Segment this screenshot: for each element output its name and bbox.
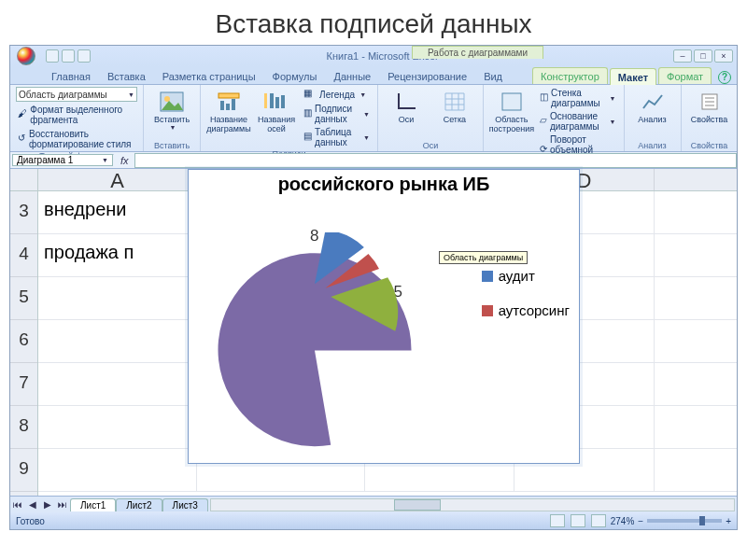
sheet-tab-3[interactable]: Лист3: [162, 498, 208, 511]
axis-titles-button[interactable]: Названия осей: [255, 87, 298, 136]
chart-wall-button[interactable]: ◫Стенка диаграммы▼: [538, 87, 618, 109]
cell-a6[interactable]: [38, 320, 197, 362]
legend-swatch-icon: [482, 271, 493, 282]
cell-a5[interactable]: [38, 277, 197, 319]
zoom-in-icon[interactable]: +: [726, 516, 731, 526]
gridlines-label: Сетка: [444, 115, 466, 124]
analysis-label: Анализ: [638, 115, 666, 124]
group-background: Область построения ◫Стенка диаграммы▼ ▱О…: [484, 85, 625, 151]
tab-review[interactable]: Рецензирование: [380, 68, 474, 84]
chart-wall-label: Стенка диаграммы: [551, 88, 605, 108]
chevron-down-icon: ▼: [102, 157, 108, 163]
format-selection-button[interactable]: 🖌Формат выделенного фрагмента: [16, 104, 137, 126]
cell-a8[interactable]: [38, 406, 197, 448]
chart-title-button[interactable]: Название диаграммы: [206, 87, 251, 136]
col-header-a[interactable]: A: [38, 169, 197, 190]
view-pagebreak-icon[interactable]: [591, 514, 606, 527]
cell-a4[interactable]: продажа п: [38, 234, 197, 276]
svg-rect-6: [270, 93, 274, 108]
row-header-6[interactable]: 6: [10, 320, 37, 363]
sheet-tab-1[interactable]: Лист1: [70, 498, 116, 511]
qat-redo-icon[interactable]: [78, 49, 91, 63]
plot-area-button[interactable]: Область построения: [489, 87, 534, 136]
sheet-nav-next-icon[interactable]: ▶: [40, 499, 55, 510]
svg-point-1: [164, 96, 170, 102]
axis-titles-icon: [263, 90, 289, 114]
chevron-down-icon: ▼: [610, 119, 616, 125]
view-normal-icon[interactable]: [550, 514, 565, 527]
sheet-nav-last-icon[interactable]: ⏭: [55, 499, 70, 510]
qat-save-icon[interactable]: [46, 49, 59, 63]
legend-button[interactable]: ▦Легенда▼: [302, 87, 372, 102]
group-analysis: Анализ Анализ: [625, 85, 682, 151]
chevron-down-icon: ▼: [363, 134, 370, 141]
row-header-4[interactable]: 4: [10, 234, 37, 277]
minimize-button[interactable]: –: [673, 49, 692, 63]
tab-data[interactable]: Данные: [326, 68, 378, 84]
zoom-out-icon[interactable]: −: [638, 516, 643, 526]
properties-icon: [697, 90, 723, 114]
select-all-corner[interactable]: [10, 169, 37, 191]
data-labels-icon: ▥: [303, 107, 312, 120]
svg-rect-3: [220, 101, 224, 110]
view-pagelayout-icon[interactable]: [571, 514, 585, 527]
sheet-nav-prev-icon[interactable]: ◀: [25, 499, 40, 510]
zoom-thumb[interactable]: [699, 516, 705, 525]
tab-formulas[interactable]: Формулы: [265, 68, 325, 84]
close-button[interactable]: ×: [714, 49, 733, 63]
cell-a7[interactable]: [38, 363, 197, 405]
reset-style-button[interactable]: ↺Восстановить форматирование стиля: [16, 128, 137, 150]
office-button[interactable]: [10, 46, 42, 66]
chart-element-selector[interactable]: Область диаграммы▼: [16, 87, 137, 102]
svg-rect-5: [232, 99, 235, 110]
sheet-tab-bar: ⏮ ◀ ▶ ⏭ Лист1 Лист2 Лист3: [10, 496, 737, 512]
sheet-nav-first-icon[interactable]: ⏮: [10, 499, 25, 510]
help-icon[interactable]: ?: [718, 71, 731, 84]
format-selection-icon: 🖌: [18, 108, 27, 121]
data-table-button[interactable]: ▤Таблица данных▼: [302, 126, 372, 148]
legend-item-audit: аудит: [482, 268, 570, 284]
chevron-down-icon: ▼: [128, 91, 134, 98]
reset-style-label: Восстановить форматирование стиля: [29, 129, 135, 149]
insert-button[interactable]: Вставить▼: [149, 87, 194, 133]
tab-format[interactable]: Формат: [658, 67, 712, 84]
axes-label: Оси: [399, 115, 415, 124]
analysis-button[interactable]: Анализ: [630, 87, 675, 127]
excel-window: Книга1 - Microsoft Excel Работа с диагра…: [9, 45, 738, 530]
gridlines-button[interactable]: Сетка: [432, 87, 477, 127]
tab-view[interactable]: Вид: [476, 68, 510, 84]
row-header-8[interactable]: 8: [10, 406, 37, 449]
qat-undo-icon[interactable]: [62, 49, 75, 63]
fx-icon[interactable]: fx: [115, 155, 134, 166]
tab-home[interactable]: Главная: [44, 68, 98, 84]
tab-pagelayout[interactable]: Разметка страницы: [155, 68, 263, 84]
scrollbar-thumb[interactable]: [394, 499, 441, 511]
zoom-slider[interactable]: [647, 519, 722, 523]
status-bar: Готово 274% − +: [10, 512, 737, 529]
context-tools-label: Работа с диаграммами: [412, 46, 543, 59]
chart-floor-button[interactable]: ▱Основание диаграммы▼: [538, 110, 618, 133]
properties-button[interactable]: Свойства: [687, 87, 732, 127]
row-header-5[interactable]: 5: [10, 277, 37, 320]
group-axes: Оси Сетка Оси: [378, 85, 484, 151]
cell-a3[interactable]: внедрени: [38, 191, 197, 233]
tab-design[interactable]: Конструктор: [532, 67, 608, 84]
chart-plot-area[interactable]: Область диаграммы 8 2 15: [189, 195, 579, 447]
cell-a9[interactable]: [38, 449, 197, 491]
axis-titles-label: Названия осей: [258, 115, 295, 133]
tab-insert[interactable]: Вставка: [100, 68, 153, 84]
svg-rect-4: [226, 104, 230, 110]
sheet-tab-2[interactable]: Лист2: [116, 498, 162, 511]
row-header-3[interactable]: 3: [10, 191, 37, 234]
horizontal-scrollbar[interactable]: [210, 498, 735, 511]
data-labels-button[interactable]: ▥Подписи данных▼: [302, 103, 372, 125]
embedded-chart[interactable]: российского рынка ИБ Область диаграммы 8…: [188, 169, 580, 464]
tab-layout[interactable]: Макет: [610, 68, 656, 85]
group-label-axes: Оси: [384, 140, 477, 151]
row-header-7[interactable]: 7: [10, 363, 37, 406]
axes-button[interactable]: Оси: [384, 87, 429, 127]
maximize-button[interactable]: □: [694, 49, 712, 63]
name-box[interactable]: Диаграмма 1▼: [12, 154, 113, 166]
row-header-9[interactable]: 9: [10, 449, 37, 492]
formula-input[interactable]: [134, 153, 737, 168]
